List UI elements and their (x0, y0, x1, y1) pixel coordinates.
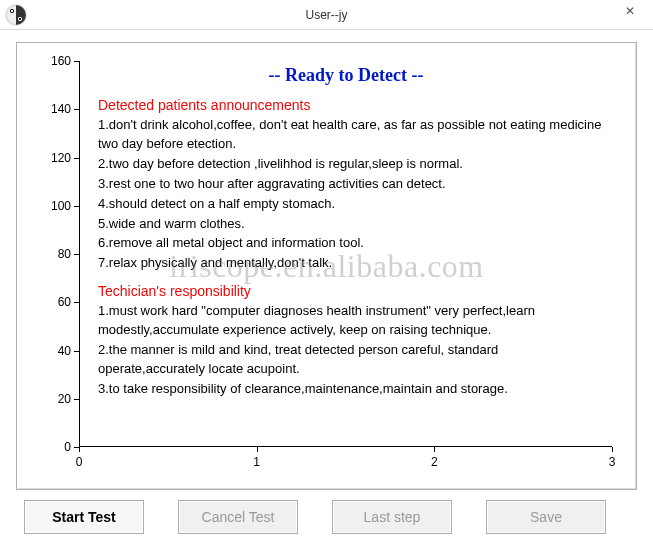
responsibility-item: 2.the manner is mild and kind, treat det… (98, 341, 604, 379)
x-tick-label: 3 (609, 455, 616, 469)
y-tick-mark (74, 351, 79, 352)
announcement-item: 2.two day before detection ,livelihhod i… (98, 155, 604, 174)
announcement-item: 5.wide and warm clothes. (98, 215, 604, 234)
announcement-item: 3.rest one to two hour after aggravating… (98, 175, 604, 194)
main-panel: -- Ready to Detect -- Detected patients … (16, 42, 637, 490)
x-tick-label: 1 (253, 455, 260, 469)
app-icon (6, 5, 26, 25)
x-tick-label: 0 (76, 455, 83, 469)
y-tick-label: 40 (27, 344, 79, 358)
button-row: Start Test Cancel Test Last step Save (16, 490, 637, 534)
cancel-test-button[interactable]: Cancel Test (178, 500, 298, 534)
announcement-item: 6.remove all metal object and informatio… (98, 234, 604, 253)
y-tick-label: 100 (27, 199, 79, 213)
window-title: User--jy (306, 8, 348, 22)
y-tick-label: 60 (27, 295, 79, 309)
x-tick-mark (612, 447, 613, 452)
y-tick-mark (74, 254, 79, 255)
announcements-heading: Detected patients announcements (98, 95, 604, 115)
content-text: Detected patients announcements 1.don't … (98, 95, 604, 400)
y-tick-mark (74, 302, 79, 303)
chart-area: -- Ready to Detect -- Detected patients … (27, 55, 626, 479)
last-step-button[interactable]: Last step (332, 500, 452, 534)
y-tick-mark (74, 399, 79, 400)
y-tick-mark (74, 109, 79, 110)
ready-title: -- Ready to Detect -- (80, 65, 612, 86)
x-tick-mark (257, 447, 258, 452)
responsibility-heading: Techician's responsibility (98, 281, 604, 301)
responsibility-item: 3.to take responsibility of clearance,ma… (98, 380, 604, 399)
client-area: -- Ready to Detect -- Detected patients … (0, 30, 653, 542)
announcement-item: 4.should detect on a half empty stomach. (98, 195, 604, 214)
close-icon[interactable]: ✕ (607, 0, 653, 22)
save-button[interactable]: Save (486, 500, 606, 534)
y-tick-mark (74, 206, 79, 207)
announcements-list: 1.don't drink alcohol,coffee, don't eat … (98, 116, 604, 273)
y-tick-label: 80 (27, 247, 79, 261)
x-tick-mark (79, 447, 80, 452)
y-tick-label: 160 (27, 54, 79, 68)
x-tick-mark (434, 447, 435, 452)
responsibility-list: 1.must work hard "computer diagnoses hea… (98, 302, 604, 398)
y-tick-mark (74, 158, 79, 159)
y-tick-label: 120 (27, 151, 79, 165)
title-bar: User--jy ✕ (0, 0, 653, 30)
announcement-item: 1.don't drink alcohol,coffee, don't eat … (98, 116, 604, 154)
x-tick-label: 2 (431, 455, 438, 469)
announcement-item: 7.relax physically and mentally,don't ta… (98, 254, 604, 273)
y-tick-label: 140 (27, 102, 79, 116)
start-test-button[interactable]: Start Test (24, 500, 144, 534)
y-tick-mark (74, 61, 79, 62)
plot-area: -- Ready to Detect -- Detected patients … (79, 61, 612, 447)
y-tick-label: 0 (27, 440, 79, 454)
responsibility-item: 1.must work hard "computer diagnoses hea… (98, 302, 604, 340)
y-tick-label: 20 (27, 392, 79, 406)
